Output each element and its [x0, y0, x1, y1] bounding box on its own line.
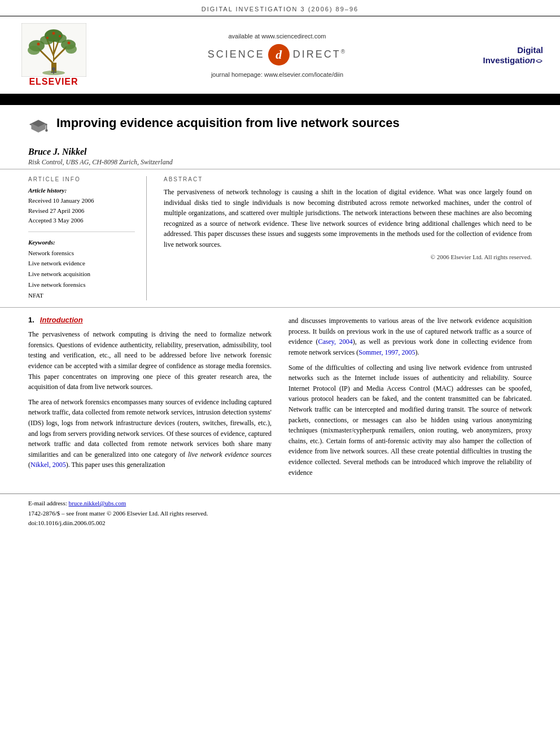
section1-right-para2: Some of the difficulties of collecting a… [288, 362, 532, 478]
accepted-date: Accepted 3 May 2006 [28, 216, 135, 226]
svg-rect-25 [46, 124, 47, 130]
black-bar [0, 95, 560, 105]
section1-heading: 1.Introduction [28, 316, 272, 325]
issn-line: 1742-2876/$ – see front matter © 2006 El… [28, 510, 208, 517]
article-history-label: Article history: [28, 187, 135, 194]
svg-point-20 [52, 67, 55, 71]
elsevier-logo: ELSEVIER [17, 23, 90, 87]
keyword-5: NFAT [28, 290, 135, 301]
footer: E-mail address: bruce.nikkel@ubs.com 174… [0, 493, 560, 534]
body-left-col: 1.Introduction The pervasiveness of netw… [28, 316, 272, 482]
abstract-copyright: © 2006 Elsevier Ltd. All rights reserved… [164, 254, 532, 260]
digital-investigation-brand: Digital Investigation [464, 45, 543, 65]
svg-point-18 [46, 37, 49, 39]
received-date: Received 10 January 2006 [28, 196, 135, 206]
graduation-cap-icon [28, 117, 49, 137]
banner: ELSEVIER available at www.sciencedirect.… [0, 16, 560, 95]
keyword-2: Live network evidence [28, 258, 135, 269]
keyword-1: Network forensics [28, 248, 135, 259]
article-info-heading: ARTICLE INFO [28, 176, 135, 182]
sd-icon: d [268, 44, 290, 65]
author-section: Bruce J. Nikkel Risk Control, UBS AG, CH… [0, 142, 560, 169]
article-info-abstract: ARTICLE INFO Article history: Received 1… [0, 169, 560, 308]
journal-homepage: journal homepage: www.elsevier.com/locat… [211, 71, 343, 78]
section1-para2: The area of network forensics encompasse… [28, 397, 272, 470]
svg-point-16 [67, 42, 70, 45]
journal-header: DIGITAL INVESTIGATION 3 (2006) 89–96 [0, 0, 560, 16]
abstract-col: ABSTRACT The pervasiveness of network te… [164, 176, 532, 300]
direct-text: DIRECT® [293, 49, 347, 60]
journal-title: DIGITAL INVESTIGATION 3 (2006) 89–96 [202, 6, 358, 12]
svg-point-15 [37, 43, 40, 46]
elsevier-tree-image [21, 23, 86, 77]
body-content: 1.Introduction The pervasiveness of netw… [0, 308, 560, 493]
author-name: Bruce J. Nikkel [28, 147, 532, 157]
svg-point-17 [52, 32, 55, 35]
sciencedirect-logo: SCIENCE d DIRECT® [208, 44, 347, 65]
svg-point-26 [45, 129, 48, 132]
section1-para1: The pervasiveness of network computing i… [28, 329, 272, 392]
body-right-col: and discusses improvements to various ar… [288, 316, 532, 482]
svg-point-9 [28, 46, 40, 55]
revised-date: Revised 27 April 2006 [28, 206, 135, 216]
banner-center: available at www.sciencedirect.com SCIEN… [90, 33, 464, 78]
keyword-4: Live network forensics [28, 279, 135, 290]
keywords-label: Keywords: [28, 239, 135, 246]
article-title: Improving evidence acquisition from live… [56, 115, 400, 132]
section1-right-para1: and discusses improvements to various ar… [288, 316, 532, 357]
doi-line: doi:10.1016/j.diin.2006.05.002 [28, 519, 106, 526]
science-text: SCIENCE [208, 49, 265, 60]
svg-point-19 [59, 35, 61, 37]
article-info-col: ARTICLE INFO Article history: Received 1… [28, 176, 147, 300]
available-text: available at www.sciencedirect.com [228, 33, 326, 40]
abstract-heading: ABSTRACT [164, 176, 532, 182]
article-title-section: Improving evidence acquisition from live… [0, 105, 560, 142]
elsevier-name-label: ELSEVIER [29, 77, 78, 87]
svg-point-11 [65, 45, 77, 54]
di-brand-text: Digital Investigation [464, 45, 543, 65]
abstract-text: The pervasiveness of network technology … [164, 187, 532, 250]
author-affiliation: Risk Control, UBS AG, CH-8098 Zurich, Sw… [28, 158, 532, 167]
email-label: E-mail address: [28, 500, 67, 506]
keyword-3: Live network acquisition [28, 269, 135, 279]
author-email[interactable]: bruce.nikkel@ubs.com [68, 500, 126, 506]
body-two-col: 1.Introduction The pervasiveness of netw… [28, 316, 532, 482]
